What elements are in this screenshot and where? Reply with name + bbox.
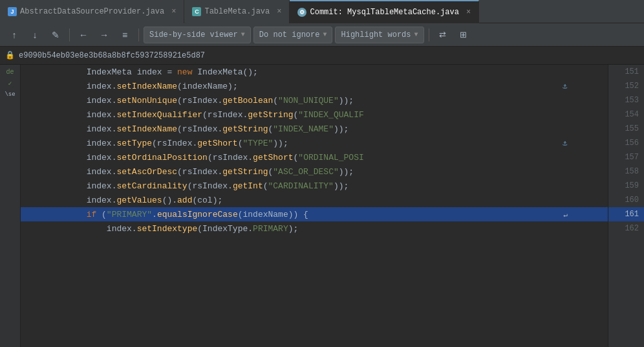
line-content-152: index.setIndexName(indexName); bbox=[21, 82, 603, 91]
line-content-156: index.setType(rsIndex.getShort("TYPE")); bbox=[21, 139, 603, 148]
back-icon: ← bbox=[79, 30, 88, 40]
right-line-154: 154 bbox=[608, 107, 644, 122]
toolbar: ↑ ↓ ✎ ← → ≡ Side-by-side viewer ▼ Do not… bbox=[0, 23, 644, 47]
table-row: index.setIndexName(indexName); ⚓ bbox=[21, 79, 608, 93]
line-content-157: index.setOrdinalPosition(rsIndex.getShor… bbox=[21, 153, 603, 162]
tab-commit-close[interactable]: × bbox=[466, 8, 471, 17]
right-line-159: 159 bbox=[608, 179, 644, 193]
line-content-158: index.setAscOrDesc(rsIndex.getString("AS… bbox=[21, 167, 603, 177]
separator-3 bbox=[429, 28, 429, 41]
line-content-159: index.setCardinality(rsIndex.getInt("CAR… bbox=[21, 181, 603, 191]
tab-tablemeta-label: TableMeta.java bbox=[204, 7, 270, 16]
tab-tablemeta[interactable]: C TableMeta.java × bbox=[184, 0, 290, 23]
tab-abstract-label: AbstractDataSourceProvider.java bbox=[20, 7, 164, 16]
settings-button[interactable]: ⇄ bbox=[434, 27, 452, 43]
right-line-151: 151 bbox=[608, 65, 644, 79]
layout-icon: ⊞ bbox=[460, 30, 467, 39]
down-icon: ↓ bbox=[33, 30, 38, 40]
left-gutter: de ✓ \se bbox=[0, 65, 21, 347]
highlight-label: Highlight words bbox=[341, 30, 411, 39]
content-area: de ✓ \se IndexMeta index = new IndexMeta… bbox=[0, 65, 644, 347]
layout-button[interactable]: ⊞ bbox=[455, 27, 473, 43]
table-row: index.setIndexName(rsIndex.getString("IN… bbox=[21, 122, 608, 136]
lock-icon: 🔒 bbox=[5, 50, 15, 60]
hash-bar: 🔒 e9090b54eb03e8e3b68a8b8fc5937258921e5d… bbox=[0, 47, 644, 65]
line-content-161: if ("PRIMARY".equalsIgnoreCase(indexName… bbox=[21, 210, 603, 219]
viewer-label: Side-by-side viewer bbox=[149, 30, 238, 39]
ignore-label: Do not ignore bbox=[259, 30, 320, 39]
line-content-160: index.getValues().add(col); bbox=[21, 196, 603, 205]
line-content-154: index.setIndexQualifier(rsIndex.getStrin… bbox=[21, 110, 603, 120]
table-row: IndexMeta index = new IndexMeta(); bbox=[21, 65, 608, 79]
table-row: if ("PRIMARY".equalsIgnoreCase(indexName… bbox=[21, 207, 608, 221]
line-content-162: index.setIndextype(IndexType.PRIMARY); bbox=[21, 224, 603, 234]
java-icon: J bbox=[8, 7, 17, 16]
right-line-160: 160 bbox=[608, 193, 644, 207]
right-line-157: 157 bbox=[608, 150, 644, 164]
table-row: index.setIndexQualifier(rsIndex.getStrin… bbox=[21, 107, 608, 122]
right-line-155: 155 bbox=[608, 122, 644, 136]
ignore-dropdown[interactable]: Do not ignore ▼ bbox=[253, 27, 333, 43]
table-row: index.setOrdinalPosition(rsIndex.getShor… bbox=[21, 150, 608, 164]
forward-icon: → bbox=[100, 30, 109, 40]
code-lines: IndexMeta index = new IndexMeta(); index… bbox=[21, 65, 608, 347]
gutter-check: ✓ bbox=[1, 78, 19, 89]
up-icon: ↑ bbox=[12, 30, 17, 40]
right-line-152: 152 bbox=[608, 79, 644, 93]
bookmark-152: ⚓ bbox=[563, 82, 569, 91]
ignore-dropdown-arrow: ▼ bbox=[323, 31, 327, 38]
tab-tablemeta-close[interactable]: × bbox=[277, 7, 281, 16]
table-row: index.setCardinality(rsIndex.getInt("CAR… bbox=[21, 179, 608, 193]
back-button[interactable]: ← bbox=[74, 27, 92, 43]
table-row: index.setIndextype(IndexType.PRIMARY); bbox=[21, 221, 608, 236]
right-line-162: 162 bbox=[608, 221, 644, 236]
edit-icon: ✎ bbox=[52, 30, 59, 40]
right-line-numbers: 151 152 153 154 155 156 157 158 159 160 … bbox=[608, 65, 644, 347]
highlight-dropdown[interactable]: Highlight words ▼ bbox=[335, 27, 424, 43]
commit-icon: ⚙ bbox=[297, 8, 306, 17]
table-row: index.getValues().add(col); bbox=[21, 193, 608, 207]
gutter-search: \se bbox=[1, 90, 19, 99]
line-161-arrow: ↵ bbox=[563, 210, 568, 219]
edit-button[interactable]: ✎ bbox=[47, 27, 65, 43]
separator-2 bbox=[138, 28, 139, 41]
viewer-dropdown[interactable]: Side-by-side viewer ▼ bbox=[144, 27, 251, 43]
line-content-155: index.setIndexName(rsIndex.getString("IN… bbox=[21, 124, 603, 134]
table-row: index.setNonUnique(rsIndex.getBoolean("N… bbox=[21, 93, 608, 107]
settings-icon: ⇄ bbox=[439, 30, 446, 39]
menu-icon: ≡ bbox=[122, 30, 127, 40]
code-viewer: IndexMeta index = new IndexMeta(); index… bbox=[21, 65, 608, 347]
line-content-151: IndexMeta index = new IndexMeta(); bbox=[21, 67, 603, 77]
tab-commit[interactable]: ⚙ Commit: MysqlTableMetaCache.java × bbox=[290, 0, 479, 23]
tab-commit-label: Commit: MysqlTableMetaCache.java bbox=[310, 8, 458, 17]
right-line-158: 158 bbox=[608, 164, 644, 179]
tab-abstract-close[interactable]: × bbox=[171, 7, 176, 16]
menu-button[interactable]: ≡ bbox=[116, 27, 134, 43]
down-button[interactable]: ↓ bbox=[26, 27, 44, 43]
right-line-161: 161 bbox=[608, 207, 644, 221]
highlight-dropdown-arrow: ▼ bbox=[414, 31, 418, 38]
separator-1 bbox=[69, 28, 70, 41]
line-content-153: index.setNonUnique(rsIndex.getBoolean("N… bbox=[21, 96, 603, 106]
tab-bar: J AbstractDataSourceProvider.java × C Ta… bbox=[0, 0, 644, 23]
gutter-mode: de bbox=[1, 67, 19, 77]
right-line-153: 153 bbox=[608, 93, 644, 107]
java-icon-2: C bbox=[192, 7, 201, 16]
viewer-dropdown-arrow: ▼ bbox=[241, 31, 245, 38]
table-row: index.setType(rsIndex.getShort("TYPE"));… bbox=[21, 136, 608, 150]
right-line-156: 156 bbox=[608, 136, 644, 150]
forward-button[interactable]: → bbox=[95, 27, 113, 43]
bookmark-156: ⚓ bbox=[563, 139, 569, 148]
table-row: index.setAscOrDesc(rsIndex.getString("AS… bbox=[21, 164, 608, 179]
tab-abstract[interactable]: J AbstractDataSourceProvider.java × bbox=[0, 0, 184, 23]
commit-hash: e9090b54eb03e8e3b68a8b8fc5937258921e5d87 bbox=[19, 51, 205, 60]
up-button[interactable]: ↑ bbox=[5, 27, 23, 43]
